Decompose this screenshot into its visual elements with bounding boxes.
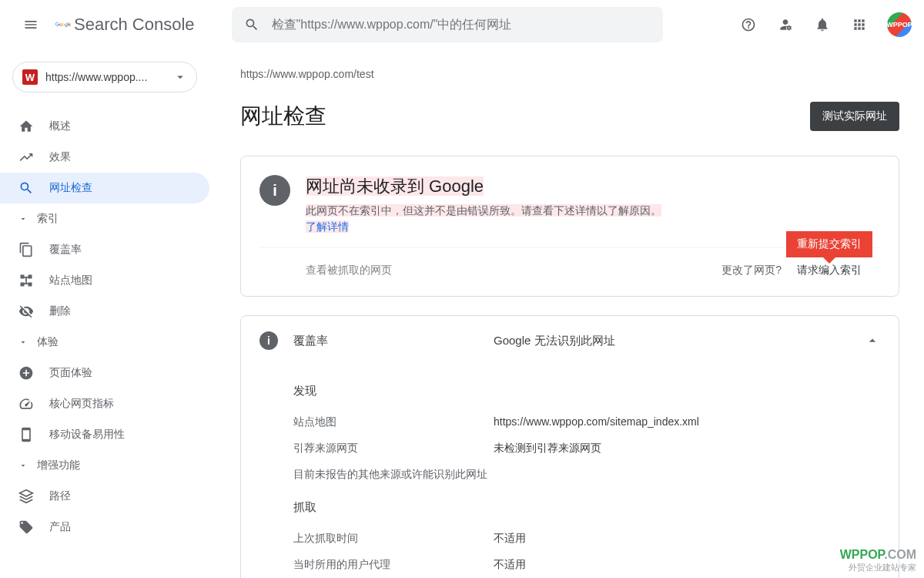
section-label: 索引 [37, 212, 59, 226]
nav-overview[interactable]: 概述 [0, 111, 209, 142]
caret-down-icon [18, 458, 28, 473]
home-icon [18, 119, 34, 134]
help-button[interactable] [733, 9, 764, 40]
info-icon: i [259, 175, 290, 206]
help-icon [741, 17, 756, 32]
nav-label: 站点地图 [49, 274, 92, 287]
bell-icon [815, 17, 830, 32]
view-crawled-page: 查看被抓取的网页 [306, 264, 392, 277]
main-content: https://www.wppop.com/test 网址检查 测试实际网址 i… [216, 49, 924, 578]
nav-label: 覆盖率 [49, 243, 82, 257]
apps-grid-icon [852, 17, 867, 32]
menu-button[interactable] [12, 6, 49, 43]
nav-coverage[interactable]: 覆盖率 [0, 234, 209, 265]
test-live-url-button[interactable]: 测试实际网址 [810, 102, 899, 131]
watermark: WPPOP.COM 外贸企业建站专家 [840, 548, 916, 573]
coverage-title: 覆盖率 [293, 334, 478, 348]
search-input[interactable] [272, 18, 651, 32]
url-search-bar[interactable] [232, 7, 663, 42]
search-icon [18, 180, 34, 196]
nav-sitemaps[interactable]: 站点地图 [0, 265, 209, 296]
visibility-off-icon [18, 304, 34, 319]
nav-removals[interactable]: 删除 [0, 296, 209, 327]
page-changed-label: 更改了网页? [721, 264, 782, 277]
settings-button[interactable] [770, 9, 801, 40]
layers-icon [18, 489, 34, 504]
nav-label: 页面体验 [49, 366, 92, 380]
table-row: 引荐来源网页 未检测到引荐来源网页 [293, 435, 880, 462]
nav-page-experience[interactable]: 页面体验 [0, 358, 209, 388]
nav-breadcrumbs[interactable]: 路径 [0, 481, 209, 512]
section-enhancements[interactable]: 增强功能 [0, 450, 209, 481]
coverage-status: Google 无法识别此网址 [494, 334, 615, 348]
nav-url-inspection[interactable]: 网址检查 [0, 173, 209, 203]
tag-icon [18, 519, 34, 535]
coverage-header[interactable]: i 覆盖率 Google 无法识别此网址 [241, 316, 899, 365]
nav-label: 概述 [49, 119, 71, 133]
property-selector[interactable]: W https://www.wppop.... [12, 62, 197, 92]
nav-label: 产品 [49, 520, 71, 534]
section-label: 体验 [37, 335, 59, 349]
sitemap-icon [18, 273, 34, 288]
plus-circle-icon [18, 365, 34, 381]
learn-more-link[interactable]: 了解详情 [306, 220, 349, 233]
request-indexing-link[interactable]: 请求编入索引 重新提交索引 [797, 264, 862, 277]
nav-label: 删除 [49, 304, 71, 318]
nav-label: 网址检查 [49, 181, 92, 195]
speed-icon [18, 396, 34, 412]
discovery-note: 目前未报告的其他来源或许能识别此网址 [293, 462, 880, 488]
property-url: https://www.wppop.... [45, 71, 166, 83]
section-index[interactable]: 索引 [0, 203, 209, 234]
person-gear-icon [778, 17, 793, 32]
nav-products[interactable]: 产品 [0, 512, 209, 543]
property-favicon: W [22, 69, 38, 85]
apps-button[interactable] [844, 9, 875, 40]
chevron-up-icon [865, 333, 880, 348]
product-name: Search Console [74, 15, 195, 35]
section-experience[interactable]: 体验 [0, 327, 209, 358]
table-row: 上次抓取时间 不适用 [293, 526, 880, 552]
nav-label: 效果 [49, 150, 71, 164]
section-label: 增强功能 [37, 459, 80, 472]
callout-annotation: 重新提交索引 [786, 231, 872, 257]
chevron-down-icon [173, 69, 187, 85]
trending-icon [18, 150, 34, 165]
status-description: 此网页不在索引中，但这并不是由错误所致。请查看下述详情以了解原因。 [306, 203, 661, 219]
table-row: 当时所用的用户代理 不适用 [293, 552, 880, 578]
logo[interactable]: Search Console [55, 15, 195, 35]
nav-mobile-usability[interactable]: 移动设备易用性 [0, 419, 209, 450]
nav-label: 核心网页指标 [49, 397, 114, 411]
mobile-icon [18, 427, 34, 442]
info-icon: i [259, 331, 278, 350]
notifications-button[interactable] [807, 9, 838, 40]
status-card: i 网址尚未收录到 Google 此网页不在索引中，但这并不是由错误所致。请查看… [240, 156, 899, 297]
coverage-card: i 覆盖率 Google 无法识别此网址 发现 站点地图 https://www… [240, 315, 899, 578]
caret-down-icon [18, 334, 28, 350]
google-logo-icon [55, 17, 71, 32]
nav-core-web-vitals[interactable]: 核心网页指标 [0, 388, 209, 419]
inspected-url: https://www.wppop.com/test [240, 68, 899, 80]
caret-down-icon [18, 211, 28, 227]
crawl-heading: 抓取 [293, 500, 880, 515]
nav-label: 路径 [49, 489, 71, 503]
page-title: 网址检查 [240, 102, 326, 131]
account-avatar[interactable]: WPPOP [887, 12, 912, 37]
table-row: 站点地图 https://www.wppop.com/sitemap_index… [293, 409, 880, 435]
discovery-heading: 发现 [293, 384, 880, 398]
sidebar: W https://www.wppop.... 概述 效果 网址检查 索引 覆盖… [0, 49, 216, 578]
nav-label: 移动设备易用性 [49, 428, 125, 442]
pages-icon [18, 242, 34, 257]
status-title: 网址尚未收录到 Google [306, 175, 661, 198]
nav-performance[interactable]: 效果 [0, 142, 209, 173]
hamburger-icon [23, 17, 38, 32]
search-icon [244, 17, 259, 32]
